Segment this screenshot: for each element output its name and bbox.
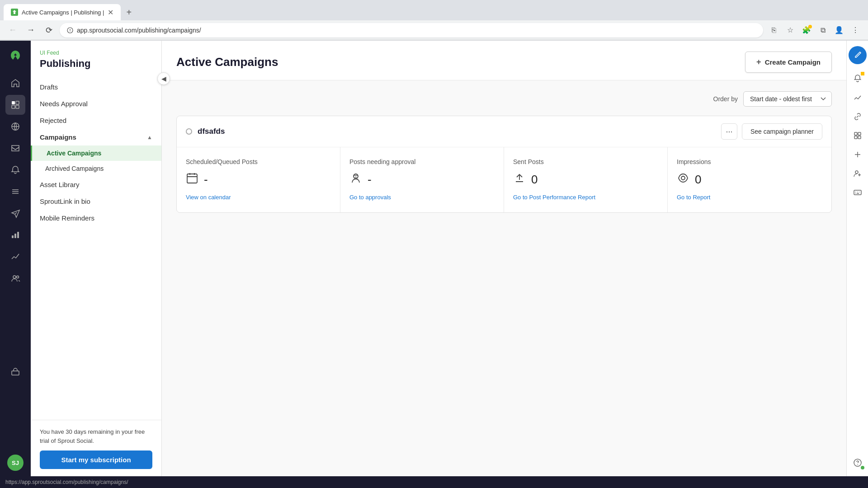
- svg-rect-18: [858, 136, 861, 139]
- extensions-button[interactable]: 🧩: [799, 23, 814, 38]
- go-to-approvals-link[interactable]: Go to approvals: [349, 194, 391, 201]
- tab-favicon: [11, 9, 18, 16]
- cast-button[interactable]: ⎘: [767, 23, 781, 38]
- user-avatar[interactable]: SJ: [7, 455, 24, 471]
- split-view-button[interactable]: ⧉: [816, 23, 830, 38]
- stat-scheduled-label: Scheduled/Queued Posts: [186, 158, 331, 165]
- go-to-report-link[interactable]: Go to Report: [677, 194, 710, 201]
- right-panel: [846, 41, 868, 476]
- rail-icon-send[interactable]: [5, 203, 25, 223]
- browser-tabs: Active Campaigns | Publishing | ✕ +: [0, 0, 868, 20]
- main-body: Order by Start date - oldest firstStart …: [162, 80, 846, 476]
- menu-button[interactable]: ⋮: [848, 23, 863, 38]
- tab-title: Active Campaigns | Publishing |: [22, 9, 104, 16]
- sidebar-item-mobile-reminders-label: Mobile Reminders: [40, 214, 94, 222]
- create-campaign-plus-icon: +: [756, 57, 761, 67]
- order-bar: Order by Start date - oldest firstStart …: [176, 91, 832, 107]
- forward-button[interactable]: →: [24, 23, 38, 38]
- rail-logo[interactable]: [5, 46, 25, 66]
- svg-rect-1: [12, 101, 15, 104]
- right-keyboard-icon[interactable]: [849, 184, 866, 201]
- stat-impressions-icon: [677, 172, 689, 188]
- rail-icon-users[interactable]: [5, 268, 25, 288]
- campaign-actions: ··· See campaign planner: [721, 123, 822, 140]
- go-to-post-performance-link[interactable]: Go to Post Performance Report: [513, 194, 595, 201]
- right-analytics-icon[interactable]: [849, 89, 866, 106]
- rail-icon-publishing[interactable]: [5, 95, 25, 115]
- svg-rect-2: [16, 101, 19, 104]
- address-bar[interactable]: app.sproutsocial.com/publishing/campaign…: [60, 23, 763, 38]
- url-text: app.sproutsocial.com/publishing/campaign…: [77, 27, 756, 34]
- right-link-icon[interactable]: [849, 108, 866, 125]
- app-layout: SJ UI Feed Publishing Drafts Needs Appro…: [0, 41, 868, 476]
- svg-point-9: [13, 276, 16, 278]
- browser-actions: ⎘ ☆ 🧩 ⧉ 👤 ⋮: [767, 23, 863, 38]
- view-on-calendar-link[interactable]: View on calendar: [186, 194, 231, 201]
- rail-icon-bell[interactable]: [5, 160, 25, 180]
- stat-impressions-label: Impressions: [677, 158, 822, 165]
- sidebar-section-campaigns-label: Campaigns: [40, 133, 76, 141]
- profile-button[interactable]: 👤: [832, 23, 846, 38]
- campaign-more-button[interactable]: ···: [721, 123, 737, 140]
- stat-sent-icon: [513, 172, 526, 188]
- sidebar-item-sproutlink[interactable]: SproutLink in bio: [31, 193, 161, 210]
- sidebar-nav: Drafts Needs Approval Rejected Campaigns…: [31, 75, 161, 420]
- stat-block-impressions: Impressions 0 Go to Report: [668, 147, 831, 212]
- rail-icon-globe[interactable]: [5, 117, 25, 136]
- sidebar-item-mobile-reminders[interactable]: Mobile Reminders: [31, 210, 161, 226]
- stat-approval-icon-value: -: [349, 172, 495, 188]
- sidebar-collapse-button[interactable]: ◀: [157, 72, 170, 85]
- see-campaign-planner-button[interactable]: See campaign planner: [742, 123, 822, 140]
- svg-rect-6: [12, 235, 14, 238]
- campaign-status-dot: [186, 128, 192, 135]
- bookmark-button[interactable]: ☆: [783, 23, 797, 38]
- sidebar-item-needs-approval[interactable]: Needs Approval: [31, 95, 161, 112]
- svg-rect-4: [16, 105, 19, 108]
- campaign-card: dfsafds ··· See campaign planner Schedul…: [176, 116, 832, 213]
- sidebar-item-archived-campaigns[interactable]: Archived Campaigns: [31, 161, 161, 176]
- create-campaign-label: Create Campaign: [765, 58, 821, 66]
- sidebar-item-active-campaigns[interactable]: Active Campaigns: [31, 145, 161, 161]
- order-label: Order by: [713, 95, 738, 103]
- right-bell-icon[interactable]: [849, 70, 866, 87]
- sidebar-header: UI Feed Publishing: [31, 41, 161, 75]
- rail-icon-store[interactable]: [5, 361, 25, 381]
- sidebar-item-archived-campaigns-label: Archived Campaigns: [45, 165, 104, 172]
- icon-rail: SJ: [0, 41, 31, 476]
- svg-rect-8: [17, 232, 19, 238]
- back-button[interactable]: ←: [5, 23, 20, 38]
- rail-icon-list[interactable]: [5, 182, 25, 202]
- browser-tab-active[interactable]: Active Campaigns | Publishing | ✕: [4, 4, 121, 20]
- rail-icon-inbox[interactable]: [5, 138, 25, 158]
- order-select[interactable]: Start date - oldest firstStart date - ne…: [743, 91, 832, 107]
- rail-icon-trends[interactable]: [5, 247, 25, 267]
- main-header: Active Campaigns + Create Campaign: [162, 41, 846, 80]
- sidebar-item-asset-library[interactable]: Asset Library: [31, 176, 161, 193]
- right-user-plus-icon[interactable]: [849, 165, 866, 182]
- main-content: Active Campaigns + Create Campaign Order…: [162, 41, 846, 476]
- stat-impressions-value: 0: [695, 173, 701, 187]
- stat-block-sent: Sent Posts 0 Go to Post Performance Repo…: [504, 147, 668, 212]
- right-grid-icon[interactable]: [849, 127, 866, 144]
- svg-rect-11: [12, 371, 19, 375]
- stat-block-scheduled: Scheduled/Queued Posts - View on calenda…: [177, 147, 340, 212]
- sidebar-item-rejected[interactable]: Rejected: [31, 112, 161, 129]
- right-plus-icon[interactable]: [849, 146, 866, 163]
- rail-icon-home[interactable]: [5, 73, 25, 93]
- sidebar-section-campaigns[interactable]: Campaigns ▲: [31, 129, 161, 145]
- reload-button[interactable]: ⟳: [42, 23, 56, 38]
- campaigns-collapse-icon: ▲: [147, 134, 152, 141]
- compose-button[interactable]: [849, 46, 867, 64]
- stat-approval-label: Posts needing approval: [349, 158, 495, 165]
- new-tab-button[interactable]: +: [121, 4, 137, 20]
- sidebar-breadcrumb[interactable]: UI Feed: [40, 50, 152, 56]
- right-help-icon[interactable]: [849, 455, 866, 471]
- stat-block-approval: Posts needing approval - Go to approvals: [340, 147, 504, 212]
- rail-icon-analytics[interactable]: [5, 225, 25, 245]
- create-campaign-button[interactable]: + Create Campaign: [745, 52, 832, 73]
- stat-sent-icon-value: 0: [513, 172, 658, 188]
- start-subscription-button[interactable]: Start my subscription: [40, 450, 152, 469]
- sidebar-item-drafts[interactable]: Drafts: [31, 79, 161, 95]
- sidebar-item-rejected-label: Rejected: [40, 117, 66, 124]
- tab-close-button[interactable]: ✕: [108, 8, 113, 17]
